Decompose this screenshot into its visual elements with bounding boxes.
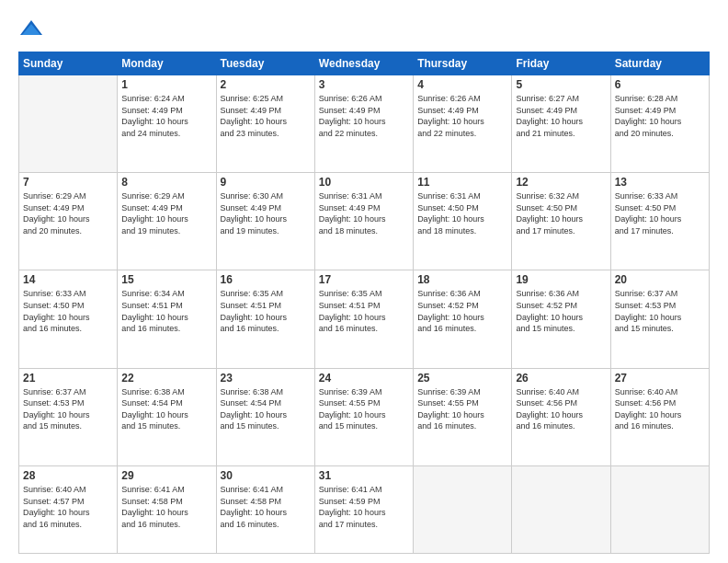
- day-info: Sunrise: 6:41 AM Sunset: 4:59 PM Dayligh…: [319, 484, 409, 530]
- day-info: Sunrise: 6:28 AM Sunset: 4:49 PM Dayligh…: [615, 93, 705, 139]
- day-number: 13: [615, 176, 705, 189]
- day-info: Sunrise: 6:34 AM Sunset: 4:51 PM Dayligh…: [121, 288, 211, 334]
- day-number: 24: [319, 372, 409, 385]
- day-info: Sunrise: 6:38 AM Sunset: 4:54 PM Dayligh…: [221, 386, 311, 432]
- calendar-cell: 26Sunrise: 6:40 AM Sunset: 4:56 PM Dayli…: [512, 368, 610, 465]
- header: [18, 17, 710, 42]
- day-number: 3: [319, 78, 409, 91]
- calendar-cell: 27Sunrise: 6:40 AM Sunset: 4:56 PM Dayli…: [610, 368, 709, 465]
- calendar-cell: 17Sunrise: 6:35 AM Sunset: 4:51 PM Dayli…: [314, 270, 413, 368]
- day-number: 20: [615, 273, 705, 286]
- calendar-cell: 29Sunrise: 6:41 AM Sunset: 4:58 PM Dayli…: [118, 465, 216, 553]
- day-number: 16: [221, 273, 311, 286]
- day-number: 21: [23, 372, 113, 385]
- day-number: 6: [615, 78, 705, 91]
- calendar-cell: [19, 75, 118, 173]
- day-header-saturday: Saturday: [610, 52, 709, 75]
- day-info: Sunrise: 6:40 AM Sunset: 4:57 PM Dayligh…: [23, 484, 113, 530]
- calendar-cell: 24Sunrise: 6:39 AM Sunset: 4:55 PM Dayli…: [314, 368, 413, 465]
- calendar-cell: 3Sunrise: 6:26 AM Sunset: 4:49 PM Daylig…: [314, 75, 413, 173]
- day-info: Sunrise: 6:26 AM Sunset: 4:49 PM Dayligh…: [417, 93, 507, 139]
- calendar-cell: 9Sunrise: 6:30 AM Sunset: 4:49 PM Daylig…: [216, 173, 314, 270]
- day-number: 11: [417, 176, 507, 189]
- calendar-cell: 23Sunrise: 6:38 AM Sunset: 4:54 PM Dayli…: [216, 368, 314, 465]
- day-info: Sunrise: 6:27 AM Sunset: 4:49 PM Dayligh…: [516, 93, 606, 139]
- day-header-wednesday: Wednesday: [314, 52, 413, 75]
- day-info: Sunrise: 6:39 AM Sunset: 4:55 PM Dayligh…: [417, 386, 507, 432]
- calendar-cell: 28Sunrise: 6:40 AM Sunset: 4:57 PM Dayli…: [19, 465, 118, 553]
- day-number: 8: [121, 176, 211, 189]
- day-info: Sunrise: 6:36 AM Sunset: 4:52 PM Dayligh…: [417, 288, 507, 334]
- logo: [18, 17, 48, 42]
- day-number: 1: [121, 78, 211, 91]
- day-number: 14: [23, 273, 113, 286]
- week-row-4: 21Sunrise: 6:37 AM Sunset: 4:53 PM Dayli…: [19, 368, 710, 465]
- calendar-cell: 20Sunrise: 6:37 AM Sunset: 4:53 PM Dayli…: [610, 270, 709, 368]
- day-number: 18: [417, 273, 507, 286]
- day-info: Sunrise: 6:32 AM Sunset: 4:50 PM Dayligh…: [516, 190, 606, 236]
- calendar-cell: 6Sunrise: 6:28 AM Sunset: 4:49 PM Daylig…: [610, 75, 709, 173]
- day-number: 26: [516, 372, 606, 385]
- day-number: 2: [221, 78, 311, 91]
- day-number: 23: [221, 372, 311, 385]
- calendar-cell: 14Sunrise: 6:33 AM Sunset: 4:50 PM Dayli…: [19, 270, 118, 368]
- calendar-cell: 10Sunrise: 6:31 AM Sunset: 4:49 PM Dayli…: [314, 173, 413, 270]
- day-header-tuesday: Tuesday: [216, 52, 314, 75]
- day-info: Sunrise: 6:29 AM Sunset: 4:49 PM Dayligh…: [121, 190, 211, 236]
- day-number: 22: [121, 372, 211, 385]
- calendar-cell: 7Sunrise: 6:29 AM Sunset: 4:49 PM Daylig…: [19, 173, 118, 270]
- day-number: 9: [221, 176, 311, 189]
- calendar-cell: 11Sunrise: 6:31 AM Sunset: 4:50 PM Dayli…: [414, 173, 512, 270]
- day-info: Sunrise: 6:30 AM Sunset: 4:49 PM Dayligh…: [221, 190, 311, 236]
- calendar-cell: [610, 465, 709, 553]
- day-info: Sunrise: 6:41 AM Sunset: 4:58 PM Dayligh…: [221, 484, 311, 530]
- day-info: Sunrise: 6:35 AM Sunset: 4:51 PM Dayligh…: [319, 288, 409, 334]
- day-number: 29: [121, 469, 211, 482]
- week-row-1: 1Sunrise: 6:24 AM Sunset: 4:49 PM Daylig…: [19, 75, 710, 173]
- day-number: 19: [516, 273, 606, 286]
- day-info: Sunrise: 6:37 AM Sunset: 4:53 PM Dayligh…: [23, 386, 113, 432]
- calendar-cell: 5Sunrise: 6:27 AM Sunset: 4:49 PM Daylig…: [512, 75, 610, 173]
- day-number: 17: [319, 273, 409, 286]
- calendar-cell: [414, 465, 512, 553]
- day-number: 7: [23, 176, 113, 189]
- day-info: Sunrise: 6:39 AM Sunset: 4:55 PM Dayligh…: [319, 386, 409, 432]
- day-number: 5: [516, 78, 606, 91]
- calendar-cell: 19Sunrise: 6:36 AM Sunset: 4:52 PM Dayli…: [512, 270, 610, 368]
- calendar-cell: 8Sunrise: 6:29 AM Sunset: 4:49 PM Daylig…: [118, 173, 216, 270]
- calendar-page: SundayMondayTuesdayWednesdayThursdayFrid…: [0, 0, 728, 563]
- calendar-cell: 16Sunrise: 6:35 AM Sunset: 4:51 PM Dayli…: [216, 270, 314, 368]
- day-number: 30: [221, 469, 311, 482]
- day-info: Sunrise: 6:33 AM Sunset: 4:50 PM Dayligh…: [615, 190, 705, 236]
- calendar-cell: 22Sunrise: 6:38 AM Sunset: 4:54 PM Dayli…: [118, 368, 216, 465]
- calendar-table: SundayMondayTuesdayWednesdayThursdayFrid…: [18, 52, 710, 554]
- week-row-3: 14Sunrise: 6:33 AM Sunset: 4:50 PM Dayli…: [19, 270, 710, 368]
- calendar-cell: 31Sunrise: 6:41 AM Sunset: 4:59 PM Dayli…: [314, 465, 413, 553]
- calendar-cell: [512, 465, 610, 553]
- day-header-monday: Monday: [118, 52, 216, 75]
- day-info: Sunrise: 6:38 AM Sunset: 4:54 PM Dayligh…: [121, 386, 211, 432]
- week-row-2: 7Sunrise: 6:29 AM Sunset: 4:49 PM Daylig…: [19, 173, 710, 270]
- calendar-cell: 18Sunrise: 6:36 AM Sunset: 4:52 PM Dayli…: [414, 270, 512, 368]
- day-number: 4: [417, 78, 507, 91]
- day-info: Sunrise: 6:25 AM Sunset: 4:49 PM Dayligh…: [221, 93, 311, 139]
- day-info: Sunrise: 6:36 AM Sunset: 4:52 PM Dayligh…: [516, 288, 606, 334]
- week-row-5: 28Sunrise: 6:40 AM Sunset: 4:57 PM Dayli…: [19, 465, 710, 553]
- day-number: 15: [121, 273, 211, 286]
- day-info: Sunrise: 6:40 AM Sunset: 4:56 PM Dayligh…: [516, 386, 606, 432]
- day-number: 12: [516, 176, 606, 189]
- calendar-cell: 2Sunrise: 6:25 AM Sunset: 4:49 PM Daylig…: [216, 75, 314, 173]
- calendar-cell: 25Sunrise: 6:39 AM Sunset: 4:55 PM Dayli…: [414, 368, 512, 465]
- calendar-cell: 12Sunrise: 6:32 AM Sunset: 4:50 PM Dayli…: [512, 173, 610, 270]
- day-info: Sunrise: 6:40 AM Sunset: 4:56 PM Dayligh…: [615, 386, 705, 432]
- day-number: 28: [23, 469, 113, 482]
- calendar-cell: 15Sunrise: 6:34 AM Sunset: 4:51 PM Dayli…: [118, 270, 216, 368]
- day-info: Sunrise: 6:35 AM Sunset: 4:51 PM Dayligh…: [221, 288, 311, 334]
- day-info: Sunrise: 6:24 AM Sunset: 4:49 PM Dayligh…: [121, 93, 211, 139]
- day-info: Sunrise: 6:33 AM Sunset: 4:50 PM Dayligh…: [23, 288, 113, 334]
- day-header-friday: Friday: [512, 52, 610, 75]
- day-number: 27: [615, 372, 705, 385]
- calendar-cell: 21Sunrise: 6:37 AM Sunset: 4:53 PM Dayli…: [19, 368, 118, 465]
- day-number: 25: [417, 372, 507, 385]
- day-info: Sunrise: 6:31 AM Sunset: 4:50 PM Dayligh…: [417, 190, 507, 236]
